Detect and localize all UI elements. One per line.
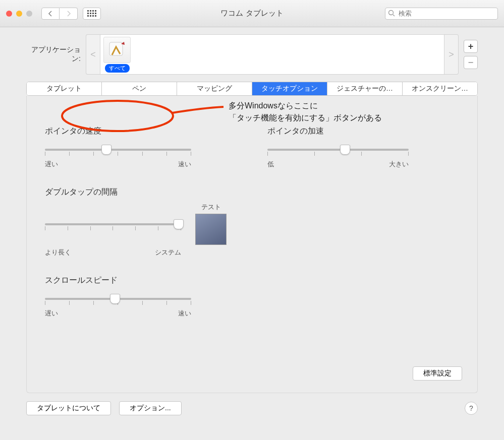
options-button[interactable]: オプション... — [119, 401, 182, 415]
help-button[interactable]: ? — [465, 402, 478, 415]
app-scroll-left[interactable]: < — [86, 34, 100, 75]
pointer-speed-left-label: 遅い — [45, 160, 58, 169]
nav-buttons — [41, 8, 78, 20]
applications-label: アプリケーション: — [30, 45, 81, 64]
defaults-button[interactable]: 標準設定 — [413, 366, 462, 381]
search-icon — [388, 10, 395, 18]
close-button[interactable] — [6, 11, 12, 17]
pointer-accel-slider[interactable] — [267, 142, 409, 157]
back-button[interactable] — [41, 8, 60, 20]
tab-mapping[interactable]: マッピング — [177, 82, 252, 95]
app-badge: すべて — [105, 64, 130, 73]
tab-tablet[interactable]: タブレット — [27, 82, 102, 95]
pointer-speed-slider[interactable] — [45, 142, 191, 157]
remove-app-button[interactable]: − — [464, 56, 478, 69]
test-swatch[interactable] — [195, 214, 227, 245]
tab-pen[interactable]: ペン — [102, 82, 177, 95]
pointer-speed-group: ポインタの速度 遅い 速い — [45, 126, 237, 169]
annotation-line-1: 多分Windowsならここに — [229, 100, 382, 112]
app-add-remove: + − — [464, 40, 478, 69]
double-tap-title: ダブルタップの間隔 — [45, 187, 237, 198]
left-column: ポインタの速度 遅い 速い ダブルタップの間隔 — [45, 126, 237, 336]
tab-touch-options[interactable]: タッチオプション — [252, 82, 327, 95]
tab-bar: タブレット ペン マッピング タッチオプション ジェスチャーの… オンスクリーン… — [26, 82, 478, 96]
tab-onscreen[interactable]: オンスクリーン… — [403, 82, 477, 95]
bottom-row: タブレットについて オプション... ? — [0, 401, 504, 425]
scroll-speed-right-label: 速い — [178, 309, 191, 318]
pointer-accel-right-label: 大きい — [389, 160, 409, 169]
chevron-left-icon — [48, 11, 53, 17]
applications-list[interactable]: すべて — [100, 34, 444, 75]
right-column: ポインタの加速 低 大きい — [267, 126, 460, 336]
pointer-speed-right-label: 速い — [178, 160, 191, 169]
tab-gestures[interactable]: ジェスチャーの… — [327, 82, 403, 95]
scroll-speed-group: スクロールスピード 遅い 速い — [45, 275, 237, 318]
about-tablet-button[interactable]: タブレットについて — [26, 401, 111, 415]
pointer-accel-title: ポインタの加速 — [267, 126, 460, 137]
app-scroll-right[interactable]: > — [444, 34, 459, 75]
titlebar: ワコム タブレット — [0, 0, 504, 27]
forward-button[interactable] — [60, 8, 78, 20]
test-label: テスト — [201, 203, 221, 212]
app-item-all[interactable]: すべて — [103, 37, 131, 73]
pointer-speed-title: ポインタの速度 — [45, 126, 237, 137]
scroll-speed-left-label: 遅い — [45, 309, 58, 318]
pointer-accel-group: ポインタの加速 低 大きい — [267, 126, 460, 169]
svg-point-0 — [389, 10, 394, 15]
panel-footer: 標準設定 — [413, 366, 462, 381]
annotation-line-2: 「タッチ機能を有効にする」ボタンがある — [229, 112, 382, 124]
window-controls — [6, 11, 32, 17]
chevron-right-icon — [66, 11, 71, 17]
search-field-wrap — [385, 8, 498, 20]
zoom-button[interactable] — [26, 11, 32, 17]
search-input[interactable] — [385, 8, 498, 20]
scroll-speed-slider[interactable] — [45, 291, 191, 306]
svg-line-1 — [393, 15, 395, 16]
applications-row: アプリケーション: < すべて > + − — [0, 27, 504, 82]
app-default-icon — [103, 37, 131, 63]
double-tap-slider[interactable] — [45, 216, 181, 231]
pointer-accel-left-label: 低 — [267, 160, 274, 169]
double-tap-right-label: システム — [155, 248, 181, 257]
double-tap-test: テスト — [195, 203, 227, 245]
add-app-button[interactable]: + — [464, 40, 478, 53]
scroll-speed-title: スクロールスピード — [45, 275, 237, 286]
minimize-button[interactable] — [16, 11, 22, 17]
panel-content: ポインタの速度 遅い 速い ダブルタップの間隔 — [45, 126, 459, 336]
annotation-text: 多分Windowsならここに 「タッチ機能を有効にする」ボタンがある — [229, 100, 382, 124]
show-all-button[interactable] — [83, 8, 101, 20]
double-tap-left-label: より長く — [45, 248, 71, 257]
grid-icon — [87, 10, 96, 17]
touch-options-panel: 多分Windowsならここに 「タッチ機能を有効にする」ボタンがある ポインタの… — [26, 96, 478, 393]
double-tap-group: ダブルタップの間隔 テスト より長く システム — [45, 187, 237, 257]
